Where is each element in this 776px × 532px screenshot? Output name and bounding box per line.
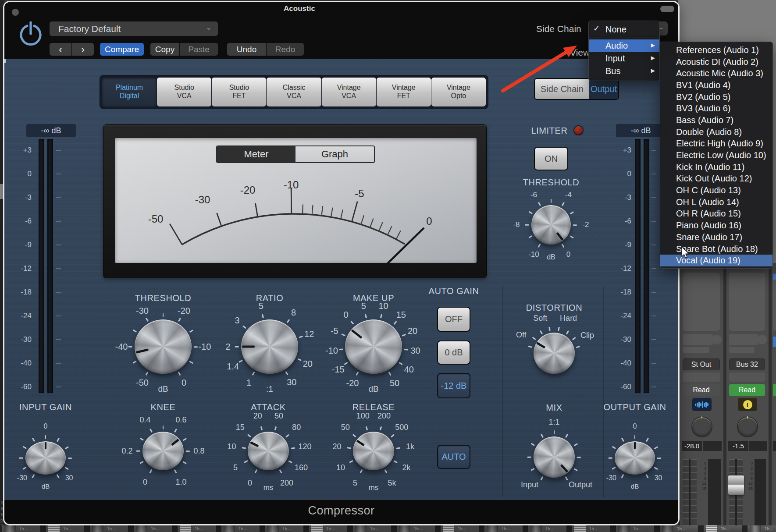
automation-mode-button[interactable]: Read [683,384,720,396]
circuit-type-platinum-digital[interactable]: PlatinumDigital [102,78,157,106]
knob-makeup[interactable] [345,319,402,374]
submenu-item[interactable]: BV1 (Audio 4) [660,79,772,91]
submenu-item[interactable]: OH R (Audio 15) [660,208,772,220]
compare-button[interactable]: Compare [100,43,144,56]
pan-knob[interactable] [738,417,757,436]
bottom-fader-slot[interactable] [4,525,16,532]
submenu-item[interactable]: Acoustic Mic (Audio 3) [660,67,772,79]
group-slot[interactable] [729,372,765,382]
preset-back-button[interactable]: ‹ [50,43,71,56]
bottom-fader-slot[interactable] [48,525,60,532]
bottom-tick-label: 15 – [502,526,510,531]
knob-tick [149,469,152,473]
bottom-fader-slot[interactable] [224,525,235,532]
circuit-line1: Vintage [447,84,470,92]
bottom-fader-slot[interactable] [443,525,454,532]
input-warning-icon[interactable]: ! [738,398,757,411]
knob-distortion[interactable] [534,333,575,374]
window-lozenge-button[interactable] [660,6,674,12]
bottom-fader-slot[interactable] [92,525,103,532]
fader-cap[interactable] [728,475,744,495]
submenu-item[interactable]: OH L (Audio 14) [660,196,772,208]
menu-item-none[interactable]: None✓ [589,23,659,36]
limiter-on-button[interactable]: ON [534,147,568,170]
bottom-fader-slot[interactable] [311,525,323,532]
automation-mode-button[interactable]: Read [729,384,765,396]
submenu-item[interactable]: References (Audio 1) [660,44,772,56]
submenu-item[interactable]: Kick In (Audio 11) [660,161,772,173]
preset-selector[interactable]: Factory Default⌄ [50,21,218,36]
knob-tick [235,346,239,348]
submenu-item[interactable]: OH C (Audio 13) [660,184,772,196]
menu-item-audio[interactable]: Audio▶ [589,39,659,52]
input-waveform-icon[interactable] [692,398,712,411]
undo-button[interactable]: Undo [227,43,266,56]
bottom-fader-slot[interactable] [618,525,630,532]
auto-gain-0db[interactable]: 0 dB [437,340,470,365]
circuit-type-vintage-vca[interactable]: VintageVCA [322,78,376,106]
tab-graph[interactable]: Graph [295,146,374,162]
tab-meter[interactable]: Meter [217,146,295,162]
knob-attack[interactable] [248,432,289,470]
knob-threshold[interactable] [135,319,192,374]
submenu-item[interactable]: Electric Low (Audio 10) [660,149,772,161]
knob-tick [612,446,616,449]
submenu-item[interactable]: BV2 (Audio 5) [660,91,772,103]
bottom-fader-slot[interactable] [662,525,673,532]
knob-release[interactable] [353,432,394,470]
menu-item-bus[interactable]: Bus▶ [589,65,659,78]
bottom-fader-slot[interactable] [574,525,586,532]
pan-knob[interactable] [692,417,712,436]
power-button[interactable] [17,18,45,47]
knob-label-20: 20 [253,411,262,420]
knob-tick [570,235,574,238]
submenu-item[interactable]: BV3 (Audio 6) [660,103,772,114]
group-slot[interactable] [683,372,720,382]
fader-track[interactable] [683,459,697,532]
circuit-type-classic-vca[interactable]: ClassicVCA [267,78,321,106]
knob-label-0: 0 [566,250,570,259]
paste-button[interactable]: Paste [180,43,218,56]
circuit-type-studio-vca[interactable]: StudioVCA [157,78,211,106]
bottom-fader-slot[interactable] [750,525,761,532]
bottom-fader-slot[interactable] [706,525,717,532]
submenu-item[interactable]: Vocal (Audio 19) [660,255,772,266]
mixer-strips: St OutRead-28.003691215Bus 32Read!-1.503… [678,263,776,532]
knob-label-10: 10 [336,463,345,472]
knob-mix[interactable] [534,436,575,478]
submenu-item[interactable]: Double (Audio 8) [660,126,772,138]
output-routing-button[interactable]: Bus 32 [729,358,765,370]
submenu-item[interactable]: Bass (Audio 7) [660,114,772,126]
submenu-item[interactable]: Piano (Audio 16) [660,220,772,231]
bottom-fader-slot[interactable] [180,525,191,532]
bottom-fader-slot[interactable] [399,525,410,532]
submenu-item[interactable]: Acoustic DI (Audio 2) [660,56,772,68]
submenu-item[interactable]: Snare Bot (Audio 18) [660,243,772,255]
knob-limiter-threshold[interactable] [531,205,571,245]
output-routing-button[interactable]: St Out [683,358,720,370]
auto-gain-off[interactable]: OFF [437,307,470,332]
meter-scale-label: -3 [4,193,32,202]
bottom-fader-slot[interactable] [487,525,498,532]
bottom-fader-slot[interactable] [136,525,147,532]
knob-tick [654,446,658,449]
submenu-item[interactable]: Kick Out (Audio 12) [660,173,772,185]
knob-label--10: -10 [528,250,539,259]
meter-scale-label: -60 [604,383,631,391]
bottom-fader-slot[interactable] [355,525,367,532]
submenu-item[interactable]: Electric High (Audio 9) [660,138,772,150]
knob-knee[interactable] [142,432,184,470]
menu-item-input[interactable]: Input▶ [589,52,659,65]
submenu-item[interactable]: Snare (Audio 17) [660,231,772,243]
auto-gain-auto[interactable]: AUTO [437,445,470,469]
plugin-slots [729,273,765,331]
copy-button[interactable]: Copy [150,43,179,56]
redo-button[interactable]: Redo [267,43,304,56]
auto-gain--12db[interactable]: -12 dB [437,373,470,398]
bottom-fader-slot[interactable] [530,525,542,532]
preset-forward-button[interactable]: › [72,43,94,56]
bottom-fader-slot[interactable] [267,525,279,532]
circuit-type-vintage-fet[interactable]: VintageFET [377,78,431,106]
fader-track[interactable] [729,459,743,532]
circuit-type-studio-fet[interactable]: StudioFET [212,78,266,106]
